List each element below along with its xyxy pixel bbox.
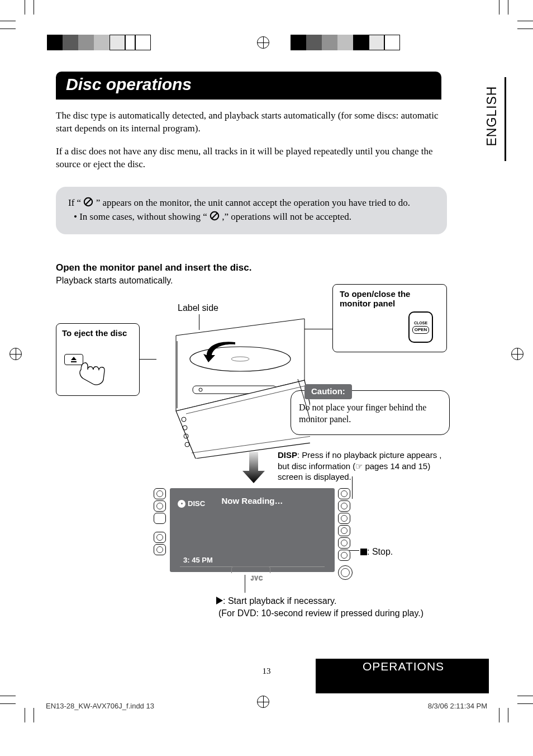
eject-callout: To eject the disc bbox=[56, 323, 140, 396]
stop-note: : Stop. bbox=[360, 547, 393, 557]
disc-indicator: DISC bbox=[178, 499, 205, 508]
jvc-logo: JVC bbox=[251, 575, 263, 582]
screen-mock: DISC Now Reading… 3: 45 PM JVC bbox=[154, 488, 360, 578]
svg-line-1 bbox=[85, 199, 91, 205]
play-icon bbox=[216, 597, 223, 604]
svg-point-16 bbox=[185, 442, 189, 447]
caution-text: Do not place your finger behind the moni… bbox=[299, 402, 441, 426]
language-tab: ENGLISH bbox=[478, 77, 506, 161]
pointing-finger-icon bbox=[78, 360, 106, 388]
open-btn-close-label: CLOSE bbox=[414, 321, 427, 325]
play-line2: (For DVD: 10-second review if pressed du… bbox=[216, 608, 423, 618]
disc-text: DISC bbox=[188, 499, 205, 508]
caution-badge: Caution: bbox=[304, 384, 352, 399]
registration-mark-icon bbox=[511, 348, 524, 360]
stop-icon bbox=[360, 549, 367, 555]
diagram-area: Label side To eject the disc To open/clo… bbox=[56, 284, 447, 631]
note-bullet-pre: • In some cases, without showing “ bbox=[74, 211, 207, 222]
side-button[interactable] bbox=[338, 500, 350, 512]
screen-status: Now Reading… bbox=[221, 496, 283, 505]
stop-text: : Stop. bbox=[367, 547, 393, 556]
prohibited-icon bbox=[83, 197, 93, 207]
play-line1: : Start playback if necessary. bbox=[223, 596, 336, 606]
caution-callout: Caution: Do not place your finger behind… bbox=[291, 390, 450, 435]
open-close-button[interactable]: CLOSE OPEN bbox=[408, 311, 433, 343]
page-number: 13 bbox=[263, 667, 271, 676]
disp-text: : Press if no playback picture appears ,… bbox=[278, 450, 441, 481]
arrow-down-icon bbox=[242, 452, 265, 483]
prohibited-icon bbox=[210, 211, 220, 221]
left-side-buttons bbox=[154, 488, 166, 555]
side-button[interactable] bbox=[154, 500, 166, 512]
open-close-callout: To open/close the monitor panel CLOSE OP… bbox=[332, 284, 447, 352]
disp-label: DISP bbox=[278, 450, 297, 460]
intro-paragraph-1: The disc type is automatically detected,… bbox=[56, 110, 441, 135]
note-line1-pre: If “ bbox=[68, 197, 81, 208]
side-button[interactable] bbox=[338, 513, 350, 524]
side-button[interactable] bbox=[338, 550, 350, 561]
head-unit-illustration bbox=[142, 313, 310, 459]
side-button[interactable] bbox=[154, 488, 166, 499]
operations-label: OPERATIONS bbox=[317, 660, 489, 673]
footer-timestamp: 8/3/06 2:11:34 PM bbox=[428, 702, 487, 710]
svg-line-3 bbox=[212, 213, 217, 219]
page-title: Disc operations bbox=[56, 72, 441, 100]
side-button[interactable] bbox=[338, 525, 350, 536]
eject-icon bbox=[70, 357, 77, 362]
disc-icon bbox=[178, 500, 185, 508]
side-button[interactable] bbox=[154, 544, 166, 555]
right-side-buttons bbox=[338, 488, 350, 580]
crop-marks-top bbox=[11, 14, 522, 45]
volume-dial[interactable] bbox=[338, 565, 353, 580]
play-note: : Start playback if necessary. (For DVD:… bbox=[216, 595, 423, 619]
lcd-screen: DISC Now Reading… 3: 45 PM bbox=[170, 488, 335, 572]
note-box: If “ ” appears on the monitor, the unit … bbox=[56, 187, 447, 234]
registration-mark-icon bbox=[257, 36, 269, 49]
side-button[interactable] bbox=[338, 537, 350, 549]
intro-paragraph-2: If a disc does not have any disc menu, a… bbox=[56, 145, 441, 171]
note-line1-post: ” appears on the monitor, the unit canno… bbox=[96, 197, 411, 208]
footer-file-label: EN13-28_KW-AVX706J_f.indd 13 bbox=[46, 702, 154, 710]
section-heading: Open the monitor panel and insert the di… bbox=[56, 262, 495, 273]
language-label: ENGLISH bbox=[484, 91, 499, 147]
screen-time: 3: 45 PM bbox=[183, 556, 213, 564]
registration-mark-icon bbox=[9, 348, 22, 360]
note-bullet-post: ,” operations will not be accepted. bbox=[222, 211, 351, 222]
svg-point-5 bbox=[190, 347, 291, 371]
disp-note: DISP: Press if no playback picture appea… bbox=[278, 450, 448, 483]
open-close-title: To open/close the monitor panel bbox=[340, 289, 440, 308]
registration-mark-icon bbox=[257, 696, 269, 708]
side-button[interactable] bbox=[154, 532, 166, 543]
side-button[interactable] bbox=[338, 488, 350, 499]
label-side-text: Label side bbox=[178, 303, 218, 313]
open-btn-open-label: OPEN bbox=[412, 326, 430, 334]
eject-title: To eject the disc bbox=[62, 328, 134, 338]
side-button[interactable] bbox=[154, 513, 166, 524]
